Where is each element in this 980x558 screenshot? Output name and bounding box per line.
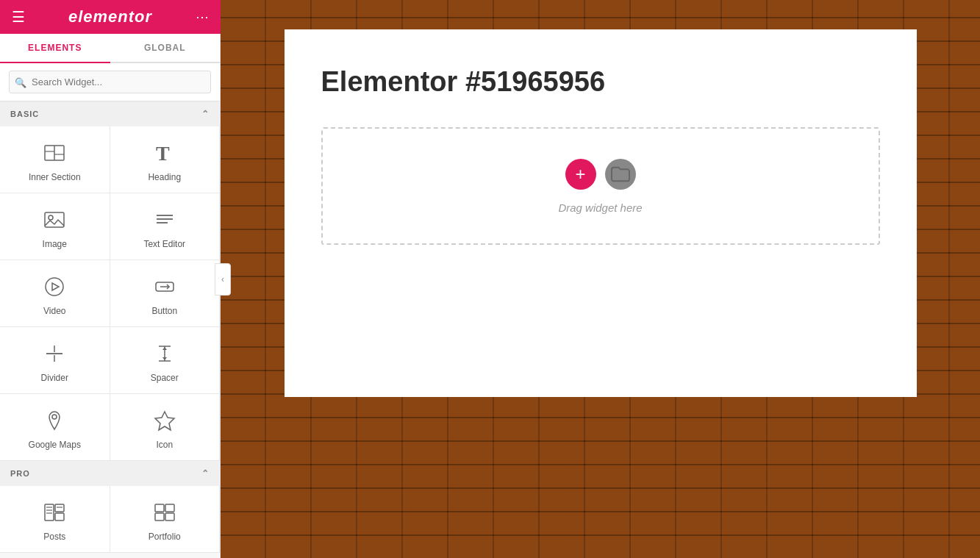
- svg-point-6: [49, 215, 53, 220]
- basic-section-header[interactable]: BASIC ⌃: [0, 101, 220, 126]
- widget-button[interactable]: Button: [110, 260, 221, 327]
- svg-rect-28: [55, 513, 64, 521]
- widget-heading-label: Heading: [148, 172, 181, 182]
- svg-rect-30: [165, 504, 174, 512]
- widget-image-label: Image: [43, 239, 67, 249]
- widget-divider[interactable]: Divider: [0, 327, 110, 394]
- chevron-down-icon: ⌃: [201, 109, 210, 119]
- widget-text-editor[interactable]: Text Editor: [110, 193, 221, 260]
- widget-icon[interactable]: Icon: [110, 394, 221, 461]
- svg-rect-26: [55, 504, 64, 512]
- widget-text-editor-label: Text Editor: [143, 239, 185, 249]
- portfolio-icon: [150, 499, 179, 526]
- collapse-sidebar-button[interactable]: ‹: [215, 263, 231, 296]
- widget-spacer-label: Spacer: [151, 373, 179, 383]
- widget-heading[interactable]: T Heading: [110, 126, 221, 193]
- google-maps-icon: [40, 407, 69, 434]
- widget-portfolio[interactable]: Portfolio: [110, 486, 221, 553]
- button-icon: [150, 273, 179, 300]
- pro-section-header[interactable]: PRO ⌃: [0, 461, 220, 486]
- svg-point-10: [46, 278, 63, 296]
- sidebar: ☰ elementor ⋯ ELEMENTS GLOBAL 🔍 BASIC ⌃: [0, 0, 221, 558]
- drop-zone[interactable]: + Drag widget here: [321, 127, 880, 245]
- spacer-icon: [150, 340, 179, 367]
- app-logo: elementor: [68, 7, 152, 26]
- widget-google-maps[interactable]: Google Maps: [0, 394, 110, 461]
- template-library-button[interactable]: [605, 159, 636, 190]
- grid-icon[interactable]: ⋯: [196, 9, 209, 25]
- widget-posts-label: Posts: [43, 532, 65, 542]
- pro-widgets-grid: Posts Portfolio: [0, 486, 220, 553]
- svg-rect-22: [45, 504, 54, 521]
- inner-section-icon: [40, 140, 69, 166]
- svg-point-20: [52, 415, 57, 419]
- widget-icon-label: Icon: [156, 440, 173, 450]
- topbar: ☰ elementor ⋯: [0, 0, 221, 34]
- add-widget-button[interactable]: +: [565, 159, 596, 190]
- image-icon: [40, 207, 69, 233]
- heading-icon: T: [150, 140, 179, 166]
- divider-icon: [40, 340, 69, 367]
- widget-video[interactable]: Video: [0, 260, 110, 327]
- search-icon: 🔍: [15, 76, 26, 87]
- widget-video-label: Video: [43, 306, 65, 316]
- widget-google-maps-label: Google Maps: [29, 440, 81, 450]
- hamburger-icon[interactable]: ☰: [12, 8, 25, 26]
- page-canvas: Elementor #51965956 + Drag widget here: [285, 29, 917, 397]
- drop-hint-text: Drag widget here: [558, 201, 642, 214]
- widget-divider-label: Divider: [41, 373, 68, 383]
- tab-global[interactable]: GLOBAL: [110, 34, 221, 62]
- widget-spacer[interactable]: Spacer: [110, 327, 221, 394]
- search-bar: 🔍: [0, 63, 220, 101]
- pro-section-label: PRO: [10, 469, 30, 478]
- icon-widget-icon: [150, 407, 179, 434]
- posts-icon: [40, 499, 69, 526]
- pro-chevron-icon: ⌃: [201, 468, 210, 479]
- svg-rect-32: [165, 513, 174, 521]
- svg-text:T: T: [156, 142, 170, 165]
- svg-marker-21: [155, 412, 174, 430]
- text-editor-icon: [150, 207, 179, 233]
- tab-elements[interactable]: ELEMENTS: [0, 34, 110, 63]
- basic-section-label: BASIC: [10, 110, 39, 118]
- widget-inner-section-label: Inner Section: [29, 172, 81, 182]
- page-title: Elementor #51965956: [321, 66, 880, 98]
- search-input[interactable]: [9, 71, 211, 93]
- widget-inner-section[interactable]: Inner Section: [0, 126, 110, 193]
- video-icon: [40, 273, 69, 300]
- widget-button-label: Button: [151, 306, 177, 316]
- content-area: Elementor #51965956 + Drag widget here: [221, 0, 980, 558]
- svg-rect-31: [155, 513, 164, 521]
- widget-posts[interactable]: Posts: [0, 486, 110, 553]
- tabs-bar: ELEMENTS GLOBAL: [0, 34, 220, 63]
- widget-image[interactable]: Image: [0, 193, 110, 260]
- svg-rect-5: [45, 212, 64, 227]
- widgets-grid: Inner Section T Heading: [0, 126, 220, 461]
- svg-marker-11: [52, 283, 59, 290]
- widget-portfolio-label: Portfolio: [149, 532, 181, 542]
- svg-rect-29: [155, 504, 164, 512]
